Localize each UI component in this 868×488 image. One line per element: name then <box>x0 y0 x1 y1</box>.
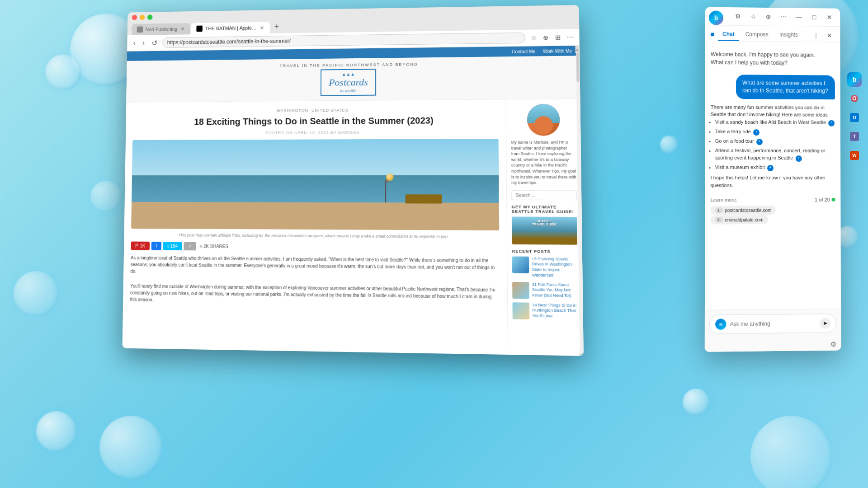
ai-list-item-2: Take a ferry ride ³ <box>715 127 835 136</box>
tab-close-batman[interactable]: × <box>259 24 265 31</box>
favorites-sidebar-icon[interactable]: O <box>847 91 862 106</box>
source-chip-2[interactable]: 2. emeraldpalate.com <box>710 215 768 224</box>
browser-window: Nod Publishing × THE BATMAN | Apple TV ×… <box>122 5 583 356</box>
facebook-share[interactable]: f <box>151 241 161 250</box>
source-ref-5[interactable]: ⁴ <box>767 165 774 171</box>
expand-panel-button[interactable]: □ <box>809 12 820 23</box>
pinterest-share[interactable]: P 1K <box>131 241 150 250</box>
recent-post-1: 13 Stunning Scenic Drives in Washington … <box>512 256 578 278</box>
source-num-1: 1. <box>715 207 723 213</box>
article-meta: POSTED ON APRIL 10, 2022 BY MARISSA <box>132 130 498 136</box>
bing-icon-label: b <box>853 76 857 83</box>
copilot-tabs: Chat Compose Insights ⋮ ✕ <box>705 25 840 42</box>
pinterest-count: 1K <box>140 243 145 248</box>
copilot-input[interactable] <box>730 320 816 328</box>
site-main: WASHINGTON, UNITED STATES 18 Exciting Th… <box>122 99 583 356</box>
tab-batman[interactable]: THE BATMAN | Apple TV × <box>191 22 270 34</box>
source-ref-1[interactable]: ¹ <box>828 120 835 126</box>
collections-icon[interactable]: ⊕ <box>541 33 551 42</box>
copilot-panel: ⚙ ☆ ⊕ ⋯ — □ ✕ b Chat Compose Insights ⋮ … <box>705 7 841 352</box>
more-share[interactable]: ↗ <box>184 242 196 250</box>
article-location: WASHINGTON, UNITED STATES <box>133 107 498 114</box>
learn-more-label: Learn more: <box>710 197 737 202</box>
copilot-header-icons: ⚙ ☆ ⊕ ⋯ — □ ✕ <box>732 11 835 23</box>
ai-response-intro: There are many fun summer activities you… <box>711 104 828 117</box>
recent-post-img-2 <box>512 282 529 298</box>
recent-post-title-1[interactable]: 13 Stunning Scenic Drives in Washington … <box>532 256 578 278</box>
bookmark-icon[interactable]: ☆ <box>748 11 759 22</box>
ai-response-list: Visit a sandy beach like Alki Beach in W… <box>715 118 835 171</box>
svg-text:O: O <box>853 115 856 120</box>
tab-close-icon[interactable]: ✕ <box>824 30 835 41</box>
address-input[interactable] <box>162 33 525 48</box>
recent-post-title-3[interactable]: 14 Best Things to Do in Huntington Beach… <box>532 302 578 319</box>
scroll-down-button[interactable]: ▼ <box>579 353 583 356</box>
more-icon: ↗ <box>188 244 192 249</box>
outlook-sidebar-icon[interactable]: O <box>847 110 862 125</box>
tab-close-nod[interactable]: × <box>180 26 185 32</box>
site-article: WASHINGTON, UNITED STATES 18 Exciting Th… <box>122 99 508 356</box>
article-text-2: You'll rarely find me outside of Washing… <box>130 282 500 307</box>
copilot-header: ⚙ ☆ ⊕ ⋯ — □ ✕ <box>705 7 840 27</box>
source-ref-3[interactable]: ² <box>756 139 763 145</box>
twitter-share[interactable]: t 184 <box>163 242 182 250</box>
teams-sidebar-icon[interactable]: T <box>847 129 862 144</box>
more-options-icon[interactable]: ⋯ <box>778 11 789 22</box>
recent-post-title-2[interactable]: 41 Fun Facts About Seattle You May Not K… <box>532 282 578 299</box>
tab-more-icon[interactable]: ⋮ <box>811 30 821 41</box>
active-tab-indicator <box>711 33 714 36</box>
back-button[interactable]: ‹ <box>132 38 137 48</box>
maximize-button[interactable] <box>147 14 153 20</box>
article-title: 18 Exciting Things to Do in Seattle in t… <box>133 114 499 128</box>
sources-chips: 1. postcardstoseattle.com 2. emeraldpala… <box>710 205 835 225</box>
new-tab-button[interactable]: + <box>271 20 283 33</box>
contact-link[interactable]: Contact Me <box>512 49 535 54</box>
ai-response-outro: I hope this helps! Let me know if you ha… <box>710 174 835 189</box>
source-ref-2[interactable]: ³ <box>753 129 760 136</box>
tab-actions: ⋮ ✕ <box>811 30 835 41</box>
work-with-link[interactable]: Work With Me <box>543 48 572 54</box>
facebook-icon: f <box>156 243 157 248</box>
tab-label-nod: Nod Publishing <box>146 26 178 32</box>
source-ref-4[interactable]: ¹ <box>795 155 802 162</box>
recent-post-2: 41 Fun Facts About Seattle You May Not K… <box>512 282 578 299</box>
site-logo[interactable]: ▲▲▲ Postcards to seattle <box>321 69 376 96</box>
favorites-icon[interactable]: ☆ <box>529 33 538 42</box>
site-header: TRAVEL IN THE PACIFIC NORTHWEST AND BEYO… <box>126 56 580 102</box>
tab-insights[interactable]: Insights <box>775 29 802 42</box>
tab-nod-publishing[interactable]: Nod Publishing × <box>132 23 190 35</box>
share-icon[interactable]: ⊕ <box>763 11 774 22</box>
close-panel-button[interactable]: — <box>793 12 804 23</box>
tab-compose[interactable]: Compose <box>741 28 773 41</box>
minimize-button[interactable] <box>140 15 145 20</box>
bing-logo[interactable]: b <box>709 11 723 25</box>
share-total: ≡ 2K SHARES <box>200 244 228 249</box>
source-label-2: emeraldpalate.com <box>725 217 763 222</box>
extensions-icon[interactable]: ⊞ <box>553 33 563 42</box>
close-button[interactable]: ✕ <box>824 12 835 23</box>
sidebar-search-input[interactable] <box>511 190 576 200</box>
office-sidebar-icon[interactable]: W <box>847 148 862 163</box>
tab-favicon-nod <box>137 26 143 33</box>
ai-response: There are many fun summer activities you… <box>710 103 835 189</box>
send-button[interactable]: ➤ <box>820 318 830 328</box>
copilot-settings-button[interactable]: ⚙ <box>830 340 836 348</box>
source-num-2: 2. <box>715 217 723 222</box>
copilot-footer: ⚙ <box>705 337 841 352</box>
close-button[interactable] <box>132 15 137 20</box>
forward-button[interactable]: › <box>141 38 146 47</box>
bing-sidebar-icon[interactable]: b <box>847 72 862 87</box>
user-message: What are some summer activities I can do… <box>736 75 835 99</box>
website-content: Contact Me Work With Me TRAVEL IN THE PA… <box>122 46 583 356</box>
logo-text: Postcards <box>329 76 368 88</box>
tab-chat[interactable]: Chat <box>718 28 739 41</box>
author-bio: My name is Marissa, and I'm a travel wri… <box>511 139 576 186</box>
menu-icon[interactable]: ⋯ <box>565 33 575 42</box>
settings-icon[interactable]: ⚙ <box>732 11 743 22</box>
twitter-count: 184 <box>170 244 178 249</box>
article-text-1: As a longtime local of Seattle who thriv… <box>131 254 500 278</box>
source-chip-1[interactable]: 1. postcardstoseattle.com <box>710 206 776 215</box>
ai-list-item-3: Go on a food tour ² <box>715 137 835 145</box>
tab-label-batman: THE BATMAN | Apple TV <box>205 25 257 31</box>
refresh-button[interactable]: ↺ <box>150 38 159 47</box>
